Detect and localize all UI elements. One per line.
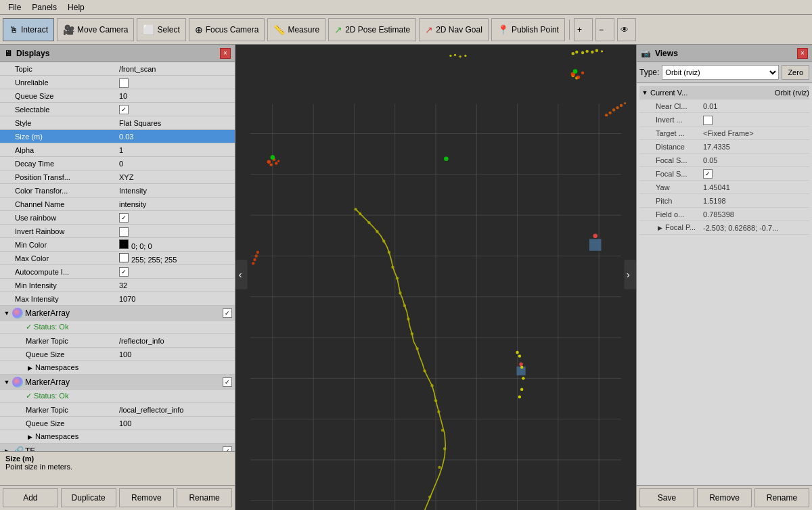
value-pos-transf: XYZ — [116, 173, 233, 181]
views-save-button[interactable]: Save — [639, 488, 694, 507]
displays-list[interactable]: Topic /front_scan Unreliable Queue Size … — [0, 62, 235, 451]
value-unreliable[interactable] — [116, 76, 233, 88]
focal-s2-checkbox[interactable] — [703, 169, 713, 179]
2d-pose-button[interactable]: ↗ 2D Pose Estimate — [328, 18, 416, 41]
value-alpha: 1 — [116, 146, 233, 154]
value-min-color: 0; 0; 0 — [116, 239, 233, 250]
svg-point-46 — [423, 369, 426, 372]
views-label: Views — [655, 49, 678, 58]
unreliable-checkbox[interactable] — [119, 78, 129, 88]
value-near-clip: 0.01 — [703, 102, 809, 110]
tf-icon: 🔗 — [12, 446, 23, 452]
row-focal-point[interactable]: ▶Focal P... -2.503; 0.62688; -0.7... — [639, 221, 809, 235]
selectable-checkbox[interactable] — [119, 105, 129, 114]
menu-file[interactable]: File — [3, 1, 26, 14]
ma2-namespaces-expander[interactable]: ▶ — [26, 433, 34, 441]
remove-icon-button[interactable]: − — [595, 18, 614, 41]
row-max-color: Max Color 255; 255; 255 — [0, 252, 235, 265]
marker-array-1-header[interactable]: ▼ MarkerArray — [0, 306, 235, 321]
type-label: Type: — [639, 68, 659, 77]
focal-point-expander[interactable]: ▶ — [656, 224, 664, 232]
views-type-row: Type: Orbit (rviz) XY Orbit (rviz) FPS (… — [637, 62, 812, 83]
svg-point-25 — [595, 49, 598, 52]
svg-point-81 — [252, 262, 254, 264]
svg-point-67 — [593, 234, 597, 239]
add-button[interactable]: Add — [3, 488, 58, 507]
row-ma1-queue-size: Queue Size 100 — [0, 348, 235, 361]
row-pitch: Pitch 1.5198 — [639, 194, 809, 208]
main-area: 🖥 Displays × Topic /front_scan Unreliabl… — [0, 45, 812, 510]
value-invert-rainbow[interactable] — [116, 225, 233, 237]
marker-array-1-checkbox[interactable] — [223, 308, 232, 318]
invert-z-checkbox[interactable] — [703, 116, 713, 125]
label-unreliable: Unreliable — [1, 78, 116, 87]
menu-panels[interactable]: Panels — [26, 1, 62, 14]
svg-point-53 — [391, 266, 394, 269]
value-focal-s2[interactable] — [703, 169, 809, 179]
label-invert-z: Invert ... — [642, 116, 703, 124]
focus-camera-button[interactable]: ⊕ Focus Camera — [189, 18, 265, 41]
rename-button[interactable]: Rename — [177, 488, 232, 507]
cursor-icon: 🖱 — [9, 24, 18, 35]
views-close-button[interactable]: × — [797, 48, 808, 59]
interact-button[interactable]: 🖱 Interact — [3, 18, 54, 41]
views-type-select[interactable]: Orbit (rviz) XY Orbit (rviz) FPS (rviz) … — [662, 65, 779, 80]
invert-rainbow-checkbox[interactable] — [119, 227, 129, 237]
2d-nav-button[interactable]: ↗ 2D Nav Goal — [419, 18, 489, 41]
svg-point-61 — [441, 429, 444, 432]
svg-point-79 — [255, 254, 258, 257]
select-button[interactable]: ⬜ Select — [137, 18, 185, 41]
svg-point-72 — [605, 114, 608, 116]
current-view-label: Current V... — [650, 89, 687, 97]
publish-point-button[interactable]: 📍 Publish Point — [491, 18, 565, 41]
add-icon-button[interactable]: + — [574, 18, 593, 41]
svg-point-52 — [396, 277, 399, 279]
svg-point-76 — [620, 104, 623, 107]
view-icon-button[interactable]: 👁 — [617, 18, 636, 41]
views-rename-button[interactable]: Rename — [754, 488, 809, 507]
marker-array-2-expander[interactable]: ▼ — [3, 378, 11, 386]
svg-point-87 — [522, 377, 524, 379]
label-pos-transf: Position Transf... — [1, 173, 116, 181]
value-autocompute[interactable] — [116, 267, 233, 277]
status-bar: Size (m) Point size in meters. — [0, 451, 235, 485]
viewport-panel[interactable]: ‹ › — [235, 45, 636, 510]
duplicate-button[interactable]: Duplicate — [61, 488, 116, 507]
tf-checkbox[interactable] — [223, 446, 232, 452]
svg-point-88 — [520, 388, 523, 391]
use-rainbow-checkbox[interactable] — [119, 213, 129, 223]
value-use-rainbow[interactable] — [116, 213, 233, 223]
marker-array-1-icon — [12, 308, 23, 319]
displays-close-button[interactable]: × — [220, 48, 231, 59]
value-invert-z[interactable] — [703, 114, 809, 125]
measure-button[interactable]: 📏 Measure — [267, 18, 325, 41]
tf-row[interactable]: ▶ 🔗 TF — [0, 444, 235, 451]
svg-point-89 — [518, 396, 521, 398]
marker-array-2-header[interactable]: ▼ MarkerArray — [0, 375, 235, 390]
ma1-namespaces-expander[interactable]: ▶ — [26, 364, 34, 372]
svg-point-24 — [591, 51, 593, 53]
label-queue-size: Queue Size — [1, 92, 116, 100]
row-target-frame: Target ... <Fixed Frame> — [639, 126, 809, 140]
label-min-color: Min Color — [1, 241, 116, 249]
row-ma2-namespaces[interactable]: ▶Namespaces — [0, 430, 235, 444]
value-selectable[interactable] — [116, 105, 233, 114]
views-remove-button[interactable]: Remove — [697, 488, 752, 507]
marker-array-1-expander[interactable]: ▼ — [3, 309, 11, 317]
menu-help[interactable]: Help — [62, 1, 90, 14]
row-size[interactable]: Size (m) 0.03 — [0, 130, 235, 143]
current-view-expander[interactable]: ▼ — [641, 89, 649, 97]
svg-point-41 — [271, 155, 275, 160]
nav-icon: ↗ — [425, 24, 433, 35]
viewport-grid: ‹ › — [235, 45, 636, 510]
row-ma1-namespaces[interactable]: ▶Namespaces — [0, 361, 235, 375]
marker-array-2-checkbox[interactable] — [223, 377, 232, 387]
autocompute-checkbox[interactable] — [119, 267, 129, 277]
row-focal-s2: Focal S... — [639, 167, 809, 181]
views-zero-button[interactable]: Zero — [782, 65, 809, 80]
current-view-header[interactable]: ▼ Current V... Orbit (rviz) — [639, 86, 809, 99]
label-ma2-status: ✓ Status: Ok — [1, 392, 116, 400]
move-camera-button[interactable]: 🎥 Move Camera — [57, 18, 134, 41]
svg-point-31 — [459, 55, 461, 57]
remove-button[interactable]: Remove — [119, 488, 175, 507]
